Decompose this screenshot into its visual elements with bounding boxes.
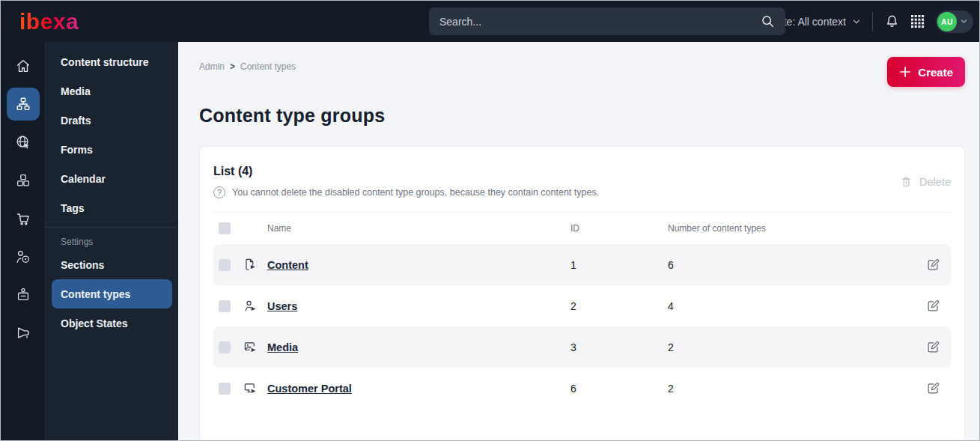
group-link[interactable]: Customer Portal [267, 383, 570, 395]
list-card: List (4) ? You cannot delete the disable… [199, 146, 965, 441]
delete-button-label: Delete [919, 176, 951, 188]
avatar: AU [937, 12, 957, 31]
sidebar: Content structure Media Drafts Forms Cal… [46, 42, 178, 440]
row-checkbox[interactable] [219, 259, 231, 271]
boxes-icon [7, 164, 40, 197]
table-header-row: Name ID Number of content types [213, 213, 951, 244]
group-count: 2 [668, 341, 915, 353]
search-input[interactable] [439, 16, 761, 28]
sidebar-item-media[interactable]: Media [46, 76, 178, 106]
group-id: 3 [570, 341, 668, 353]
row-checkbox[interactable] [219, 300, 231, 312]
table-row: Content 1 6 [213, 244, 951, 285]
edit-button[interactable] [926, 381, 940, 395]
row-checkbox[interactable] [219, 341, 231, 353]
plus-icon [899, 66, 911, 78]
edit-button[interactable] [926, 258, 940, 272]
global-search[interactable] [429, 7, 785, 35]
chevron-down-icon [960, 17, 968, 25]
rail-item-products[interactable] [1, 161, 46, 199]
target-user-icon [7, 240, 40, 273]
create-button[interactable]: Create [887, 57, 965, 87]
row-checkbox[interactable] [219, 383, 231, 395]
rail-item-personalization[interactable] [1, 237, 46, 276]
sidebar-item-calendar[interactable]: Calendar [46, 164, 178, 193]
bell-icon [884, 13, 900, 29]
column-header-name: Name [267, 223, 570, 234]
sidebar-item-content-types[interactable]: Content types [52, 279, 172, 308]
breadcrumb-separator: > [230, 61, 235, 72]
content-type-groups-table: Name ID Number of content types [213, 212, 951, 409]
sidebar-item-drafts[interactable]: Drafts [46, 106, 178, 135]
cart-icon [7, 202, 40, 235]
breadcrumb-item-content-types: Content types [240, 61, 296, 72]
column-header-id: ID [570, 223, 668, 234]
user-icon [243, 299, 267, 313]
group-link[interactable]: Media [267, 341, 570, 353]
sidebar-item-content-structure[interactable]: Content structure [46, 47, 178, 76]
breadcrumb: Admin > Content types [199, 61, 296, 72]
rail-item-home[interactable] [1, 46, 46, 85]
rail-item-content[interactable] [1, 85, 46, 123]
megaphone-icon [7, 317, 40, 350]
table-row: Users 2 4 [213, 285, 951, 326]
user-menu[interactable]: AU [936, 10, 973, 33]
help-icon: ? [213, 186, 225, 198]
search-icon[interactable] [761, 14, 775, 28]
edit-icon [926, 381, 940, 395]
sidebar-item-tags[interactable]: Tags [46, 193, 178, 222]
topbar-divider [872, 12, 873, 31]
notifications-button[interactable] [884, 13, 900, 29]
group-id: 2 [570, 300, 668, 312]
sidebar-item-object-states[interactable]: Object States [46, 308, 178, 338]
rail-item-subscriptions[interactable] [1, 276, 46, 314]
select-all-checkbox[interactable] [219, 222, 231, 234]
table-row: Media 3 2 [213, 326, 951, 368]
breadcrumb-item-admin[interactable]: Admin [199, 61, 225, 72]
id-badge-icon [7, 279, 40, 311]
sidebar-divider [46, 227, 178, 228]
file-icon [243, 258, 267, 272]
topbar: ibexa Site: All context [1, 1, 979, 42]
sidebar-section-settings: Settings [46, 237, 178, 247]
sidebar-item-sections[interactable]: Sections [46, 250, 178, 279]
trash-icon [900, 175, 913, 188]
delete-button[interactable]: Delete [900, 175, 951, 188]
group-id: 6 [570, 383, 668, 395]
rail-item-site[interactable] [1, 123, 46, 161]
edit-icon [926, 340, 940, 354]
ibexa-logo: ibexa [19, 10, 79, 33]
image-icon [243, 340, 267, 354]
home-icon [7, 49, 40, 82]
icon-rail [1, 42, 46, 440]
group-link[interactable]: Content [267, 259, 570, 271]
table-row: Customer Portal 6 2 [213, 368, 951, 409]
edit-icon [926, 299, 940, 313]
app-grid-icon [911, 15, 925, 28]
rail-item-campaigns[interactable] [1, 314, 46, 352]
group-count: 2 [668, 383, 915, 395]
globe-cursor-icon [7, 126, 40, 159]
sidebar-item-forms[interactable]: Forms [46, 135, 178, 164]
app-switcher-button[interactable] [911, 15, 925, 28]
list-info-text: You cannot delete the disabled content t… [232, 187, 599, 198]
page-title: Content type groups [199, 105, 965, 127]
edit-button[interactable] [926, 340, 940, 354]
edit-icon [926, 258, 940, 272]
app-window: ibexa Site: All context [0, 0, 980, 441]
list-title: List (4) [213, 165, 599, 178]
group-count: 6 [668, 259, 915, 271]
content-tree-icon [7, 88, 40, 121]
main-content: Admin > Content types Create Content typ… [178, 42, 979, 440]
group-count: 4 [668, 300, 915, 312]
monitor-icon [243, 381, 267, 395]
group-id: 1 [570, 259, 668, 271]
create-button-label: Create [918, 66, 953, 79]
group-link[interactable]: Users [267, 300, 570, 312]
rail-item-commerce[interactable] [1, 199, 46, 237]
edit-button[interactable] [926, 299, 940, 313]
topbar-actions: Site: All context [755, 10, 979, 33]
column-header-count: Number of content types [668, 223, 915, 234]
chevron-down-icon [852, 17, 861, 26]
